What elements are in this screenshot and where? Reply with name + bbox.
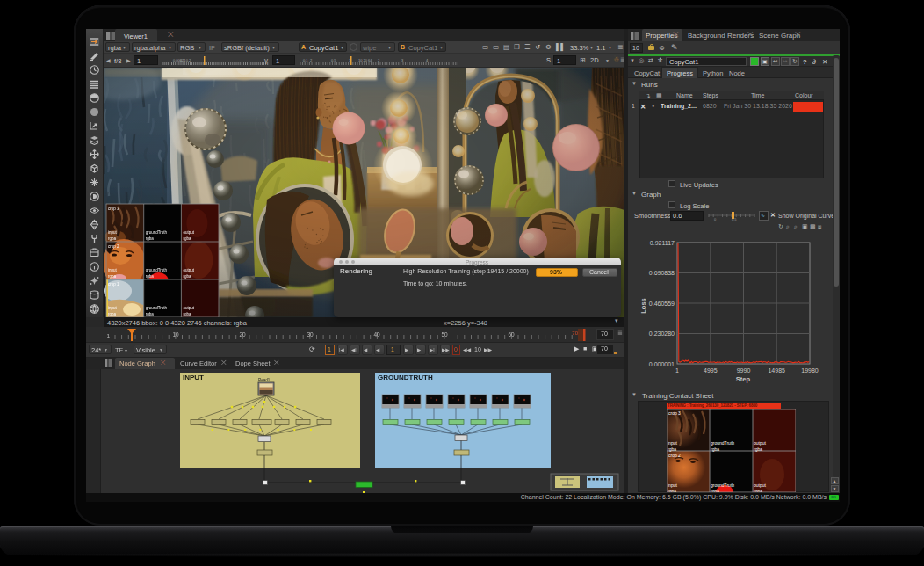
svg-text:Read1: Read1 <box>258 378 271 382</box>
svg-text:1: 1 <box>106 333 110 339</box>
svg-text:groundTruth: groundTruth <box>146 306 168 310</box>
svg-text:crop 2: crop 2 <box>668 452 681 457</box>
svg-text:Loss: Loss <box>639 298 647 314</box>
svg-text:0.1 0.2: 0.1 0.2 <box>180 58 191 62</box>
svg-text:0.690838: 0.690838 <box>649 270 675 276</box>
svg-text:0.5: 0.5 <box>732 217 737 221</box>
svg-text:rgba: rgba <box>108 312 117 316</box>
svg-text:1: 1 <box>675 367 679 374</box>
svg-text:input: input <box>668 440 677 446</box>
svg-text:14985: 14985 <box>768 367 785 374</box>
svg-text:output: output <box>754 440 767 446</box>
svg-text:input: input <box>108 268 118 272</box>
svg-text:4: 4 <box>426 58 429 62</box>
svg-text:0.1: 0.1 <box>303 58 308 62</box>
svg-text:groundTruth: groundTruth <box>711 440 734 446</box>
svg-text:rgba: rgba <box>183 274 191 279</box>
svg-text:groundTruth: groundTruth <box>146 268 168 272</box>
svg-text:9990: 9990 <box>737 367 751 374</box>
svg-text:crop 3: crop 3 <box>108 207 119 211</box>
svg-text:10: 10 <box>172 331 179 337</box>
svg-text:rgba: rgba <box>754 446 762 451</box>
svg-text:rgba: rgba <box>754 488 762 492</box>
svg-text:20: 20 <box>239 331 246 337</box>
svg-text:Step: Step <box>736 375 751 383</box>
svg-text:50: 50 <box>441 331 448 337</box>
svg-text:input: input <box>108 230 118 235</box>
svg-text:60: 60 <box>508 331 515 337</box>
svg-text:0.5: 0.5 <box>331 58 336 62</box>
svg-text:rgba: rgba <box>183 312 191 316</box>
svg-text:rgba: rgba <box>146 274 155 279</box>
svg-text:rgba: rgba <box>183 236 191 241</box>
svg-text:output: output <box>183 306 194 310</box>
svg-text:rgba: rgba <box>146 236 155 241</box>
svg-text:40: 40 <box>373 331 380 337</box>
svg-text:INPUT: INPUT <box>183 374 204 381</box>
svg-text:4995: 4995 <box>704 367 718 374</box>
svg-text:0.000001: 0.000001 <box>649 361 675 367</box>
svg-text:crop 2: crop 2 <box>108 244 119 249</box>
svg-text:input: input <box>668 483 677 488</box>
svg-text:0.460559: 0.460559 <box>649 301 675 307</box>
svg-text:rgba: rgba <box>711 446 719 451</box>
svg-text:rgba: rgba <box>108 236 117 241</box>
svg-text:output: output <box>183 230 194 235</box>
svg-text:crop 3: crop 3 <box>668 410 681 415</box>
svg-text:0: 0 <box>714 217 717 221</box>
svg-text:rgba: rgba <box>668 446 676 451</box>
svg-text:groundTruth: groundTruth <box>146 230 168 235</box>
svg-text:rgba: rgba <box>146 312 155 316</box>
svg-text:rgba: rgba <box>668 488 676 492</box>
svg-text:crop 1: crop 1 <box>108 282 119 287</box>
svg-text:rgba: rgba <box>108 274 117 279</box>
svg-text:input: input <box>108 306 118 310</box>
svg-text:output: output <box>183 268 194 272</box>
svg-text:19980: 19980 <box>801 367 819 374</box>
svg-text:rgba: rgba <box>711 488 719 492</box>
svg-text:0.921117: 0.921117 <box>650 240 675 246</box>
svg-text:2: 2 <box>378 58 380 62</box>
svg-text:70: 70 <box>572 330 578 336</box>
svg-text:output: output <box>754 483 767 488</box>
svg-text:GROUNDTRUTH: GROUNDTRUTH <box>378 374 433 381</box>
svg-text:0.230280: 0.230280 <box>649 330 675 337</box>
svg-text:30: 30 <box>307 331 314 337</box>
svg-text:3: 3 <box>401 58 404 62</box>
svg-text:groundTruth: groundTruth <box>711 483 734 488</box>
